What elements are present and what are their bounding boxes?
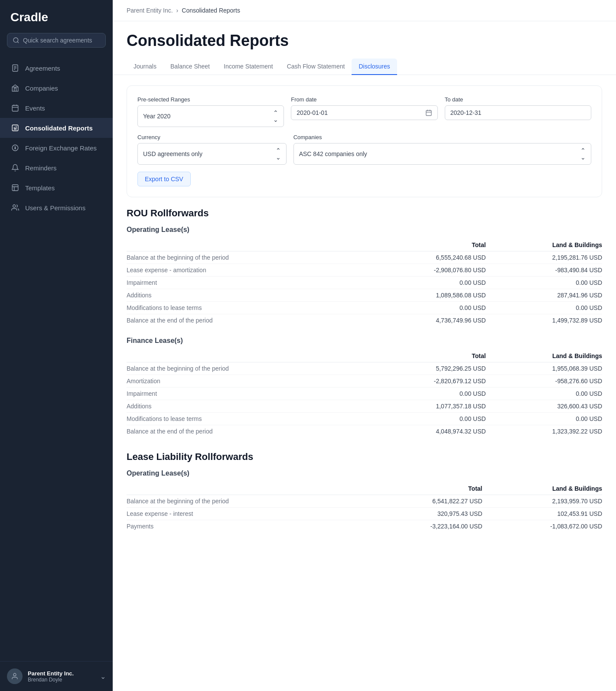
col-total: Total — [365, 239, 486, 251]
row-label: Payments — [127, 520, 362, 533]
row-land-buildings: -1,083,672.00 USD — [482, 520, 602, 533]
main-content: Parent Entity Inc. › Consolidated Report… — [113, 0, 616, 691]
to-date-label: To date — [445, 96, 591, 103]
breadcrumb-current: Consolidated Reports — [182, 7, 240, 14]
sidebar-item-companies[interactable]: Companies — [0, 78, 113, 98]
row-land-buildings: 1,499,732.89 USD — [486, 314, 602, 327]
row-label: Balance at the beginning of the period — [127, 362, 365, 375]
sidebar-item-agreements[interactable]: Agreements — [0, 58, 113, 78]
template-icon — [10, 183, 20, 192]
chart-icon — [10, 123, 20, 133]
col-land-buildings: Land & Buildings — [486, 350, 602, 362]
table-row: Additions 1,089,586.08 USD 287,941.96 US… — [127, 289, 602, 302]
preselected-ranges-select[interactable]: Year 2020 ⌃⌄ — [137, 105, 284, 127]
row-label: Impairment — [127, 388, 365, 400]
bell-icon — [10, 163, 20, 173]
row-label: Additions — [127, 400, 365, 413]
footer-info: Parent Entity Inc. Brendan Doyle — [28, 670, 95, 683]
sidebar-item-label: Foreign Exchange Rates — [25, 144, 97, 152]
row-total: -3,223,164.00 USD — [362, 520, 482, 533]
operating-lease-table: Total Land & Buildings Balance at the be… — [127, 239, 602, 326]
row-total: 4,736,749.96 USD — [365, 314, 486, 327]
tab-income-statement[interactable]: Income Statement — [217, 59, 280, 75]
currency-group: Currency USD agreements only ⌃⌄ — [137, 134, 287, 165]
tabs-bar: Journals Balance Sheet Income Statement … — [113, 59, 616, 75]
footer-company: Parent Entity Inc. — [28, 670, 95, 677]
row-label: Additions — [127, 289, 365, 302]
row-label: Impairment — [127, 277, 365, 289]
to-date-group: To date 2020-12-31 — [445, 96, 591, 127]
table-row: Amortization -2,820,679.12 USD -958,276.… — [127, 375, 602, 388]
chevron-icon: ⌃⌄ — [580, 147, 586, 161]
row-land-buildings: 1,955,068.39 USD — [486, 362, 602, 375]
sidebar-item-consolidated-reports[interactable]: Consolidated Reports — [0, 118, 113, 138]
row-label: Balance at the beginning of the period — [127, 495, 362, 508]
col-label — [127, 482, 362, 495]
breadcrumb: Parent Entity Inc. › Consolidated Report… — [113, 0, 616, 21]
row-total: 0.00 USD — [365, 277, 486, 289]
col-total: Total — [362, 482, 482, 495]
table-row: Modifications to lease terms 0.00 USD 0.… — [127, 413, 602, 425]
row-total: 0.00 USD — [365, 302, 486, 314]
calendar-icon — [10, 103, 20, 113]
currency-label: Currency — [137, 134, 287, 140]
col-total: Total — [365, 350, 486, 362]
row-label: Balance at the end of the period — [127, 314, 365, 327]
table-row: Balance at the end of the period 4,736,7… — [127, 314, 602, 327]
sidebar-item-label: Companies — [25, 85, 58, 92]
export-csv-button[interactable]: Export to CSV — [137, 172, 191, 186]
svg-point-0 — [13, 38, 18, 42]
col-land-buildings: Land & Buildings — [486, 239, 602, 251]
row-land-buildings: 326,600.43 USD — [486, 400, 602, 413]
sidebar-item-label: Templates — [25, 184, 55, 192]
avatar — [7, 668, 23, 684]
row-total: 0.00 USD — [365, 388, 486, 400]
currency-icon — [10, 143, 20, 153]
preselected-ranges-label: Pre-selected Ranges — [137, 96, 284, 103]
page-header: Consolidated Reports — [113, 21, 616, 50]
to-date-input[interactable]: 2020-12-31 — [445, 105, 591, 120]
svg-rect-6 — [12, 87, 18, 91]
sidebar-item-users-permissions[interactable]: Users & Permissions — [0, 198, 113, 218]
page-title: Consolidated Reports — [127, 32, 602, 50]
sidebar-item-events[interactable]: Events — [0, 98, 113, 118]
table-row: Balance at the beginning of the period 6… — [127, 251, 602, 264]
sidebar-item-foreign-exchange[interactable]: Foreign Exchange Rates — [0, 138, 113, 158]
row-label: Modifications to lease terms — [127, 302, 365, 314]
svg-rect-16 — [12, 185, 18, 191]
from-date-input[interactable]: 2020-01-01 — [291, 105, 437, 120]
chevron-icon: ⌃⌄ — [276, 147, 281, 161]
sidebar-item-templates[interactable]: Templates — [0, 178, 113, 198]
col-land-buildings: Land & Buildings — [482, 482, 602, 495]
tab-balance-sheet[interactable]: Balance Sheet — [163, 59, 217, 75]
svg-rect-7 — [12, 105, 18, 111]
row-label: Lease expense - amortization — [127, 264, 365, 277]
breadcrumb-separator: › — [176, 7, 179, 14]
preselected-ranges-group: Pre-selected Ranges Year 2020 ⌃⌄ — [137, 96, 284, 127]
row-total: 6,541,822.27 USD — [362, 495, 482, 508]
companies-select[interactable]: ASC 842 companies only ⌃⌄ — [293, 143, 591, 165]
content-area: Pre-selected Ranges Year 2020 ⌃⌄ From da… — [113, 75, 616, 557]
row-label: Lease expense - interest — [127, 508, 362, 520]
currency-select[interactable]: USD agreements only ⌃⌄ — [137, 143, 287, 165]
tab-journals[interactable]: Journals — [127, 59, 163, 75]
sidebar-item-label: Events — [25, 104, 45, 112]
tab-disclosures[interactable]: Disclosures — [352, 59, 397, 75]
search-box[interactable] — [7, 33, 106, 48]
row-total: 1,089,586.08 USD — [365, 289, 486, 302]
search-input[interactable] — [23, 37, 100, 44]
breadcrumb-parent[interactable]: Parent Entity Inc. — [127, 7, 173, 14]
sidebar-footer[interactable]: Parent Entity Inc. Brendan Doyle ⌄ — [0, 661, 113, 691]
table-row: Additions 1,077,357.18 USD 326,600.43 US… — [127, 400, 602, 413]
from-date-label: From date — [291, 96, 437, 103]
filters-card: Pre-selected Ranges Year 2020 ⌃⌄ From da… — [127, 85, 602, 197]
sidebar-item-reminders[interactable]: Reminders — [0, 158, 113, 178]
from-date-group: From date 2020-01-01 — [291, 96, 437, 127]
tab-cash-flow[interactable]: Cash Flow Statement — [280, 59, 352, 75]
row-land-buildings: 0.00 USD — [486, 277, 602, 289]
svg-point-18 — [13, 673, 16, 676]
sidebar-item-label: Users & Permissions — [25, 204, 85, 212]
sidebar-item-label: Reminders — [25, 164, 57, 172]
row-land-buildings: 2,193,959.70 USD — [482, 495, 602, 508]
table-row: Impairment 0.00 USD 0.00 USD — [127, 277, 602, 289]
